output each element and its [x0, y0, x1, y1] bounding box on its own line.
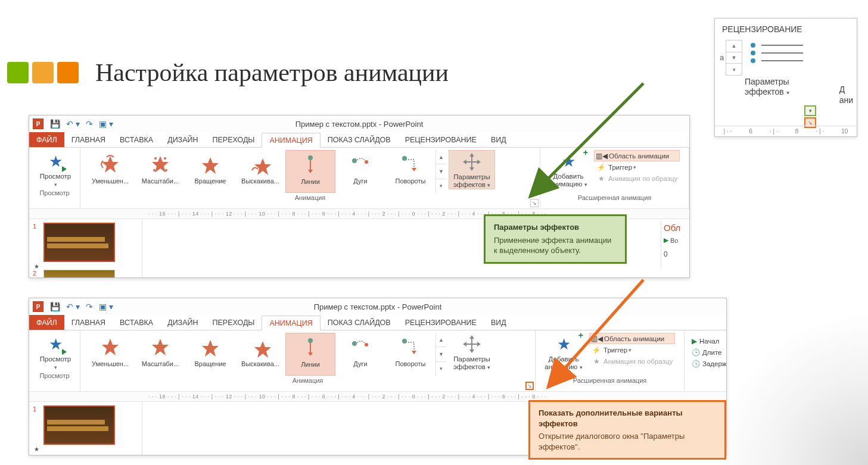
tab-file[interactable]: ФАЙЛ: [29, 132, 64, 147]
start-slideshow-icon[interactable]: ▣ ▾: [99, 119, 113, 129]
inset-spinner[interactable]: ▲ ▼ ▾: [726, 40, 742, 76]
anim-turns[interactable]: Повороты: [385, 150, 435, 193]
add-animation-button[interactable]: + ★ Добавить анимацию ▾: [540, 333, 587, 376]
inset-right-cut: Д ани: [839, 84, 853, 105]
anim-arcs[interactable]: Дуги: [335, 333, 385, 376]
save-icon[interactable]: 💾: [50, 302, 60, 311]
preview-button[interactable]: ★ Просмотр▾: [34, 333, 77, 371]
group-animation-label: Анимация: [85, 193, 535, 202]
plus-icon: +: [578, 330, 583, 340]
effect-options-icon: [462, 334, 482, 354]
effect-options-button[interactable]: Параметры эффектов ▾: [449, 150, 495, 189]
tab-slideshow[interactable]: ПОКАЗ СЛАЙДОВ: [321, 132, 398, 147]
trigger-icon: ⚡: [596, 163, 606, 171]
undo-icon[interactable]: ↶ ▾: [66, 302, 80, 311]
arcs-icon: [349, 335, 372, 359]
anim-bounce[interactable]: Выскакива...: [235, 333, 285, 376]
anim-spin[interactable]: Вращение: [185, 333, 235, 376]
scroll-down-icon[interactable]: ▼: [436, 164, 446, 179]
slide-thumb-1: [43, 223, 115, 262]
turns-icon: [399, 152, 422, 176]
tab-animations[interactable]: АНИМАЦИЯ: [262, 316, 320, 330]
undo-icon[interactable]: ↶ ▾: [66, 119, 80, 129]
svg-point-12: [308, 338, 313, 343]
expand-gallery-icon[interactable]: ▾: [436, 179, 446, 193]
thumbnail-pane[interactable]: 1 ★: [29, 402, 142, 455]
preview-button[interactable]: ★ Просмотр▾: [34, 150, 77, 188]
anim-shrink[interactable]: Уменьшен...: [85, 150, 135, 193]
tab-review[interactable]: РЕЦЕНЗИРОВАНИЕ: [398, 132, 484, 147]
tab-design[interactable]: ДИЗАЙН: [160, 315, 205, 330]
chevron-expand-icon[interactable]: ▾: [726, 64, 742, 75]
thumbnail-1[interactable]: 1: [33, 405, 138, 445]
animation-painter-button[interactable]: ★ Анимация по образцу: [589, 355, 675, 367]
slide-title: Настройка параметров анимации: [95, 58, 449, 87]
tab-home[interactable]: ГЛАВНАЯ: [64, 315, 113, 330]
effect-options-button[interactable]: Параметры эффектов ▾: [449, 333, 495, 371]
effect-options-dropdown-highlight[interactable]: ▾: [804, 105, 816, 116]
tab-view[interactable]: ВИД: [484, 315, 514, 330]
anim-bounce[interactable]: Выскакива...: [235, 150, 285, 193]
animation-pane-button[interactable]: ▥◀ Область анимации: [589, 333, 675, 344]
tab-insert[interactable]: ВСТАВКА: [113, 315, 160, 330]
svg-point-7: [365, 160, 368, 164]
tab-slideshow[interactable]: ПОКАЗ СЛАЙДОВ: [321, 315, 398, 330]
tooltip-body: Открытие диалогового окна "Параметры эфф…: [539, 431, 716, 452]
thumbnail-2[interactable]: 2: [33, 270, 138, 278]
scroll-up-icon[interactable]: ▲: [436, 150, 446, 164]
trigger-icon: ⚡: [592, 346, 601, 354]
anim-turns[interactable]: Повороты: [385, 333, 435, 376]
save-icon[interactable]: 💾: [50, 119, 60, 129]
anim-indicator-star: ★: [34, 263, 138, 270]
anim-shrink[interactable]: Уменьшен...: [85, 333, 135, 376]
chevron-up-icon[interactable]: ▲: [726, 40, 742, 52]
tab-transitions[interactable]: ПЕРЕХОДЫ: [206, 132, 262, 147]
tab-file[interactable]: ФАЙЛ: [29, 315, 64, 330]
inset-ruler: | · ·6· | ·8· | ·10: [715, 126, 857, 136]
gallery-scroller[interactable]: ▲ ▼ ▾: [435, 150, 446, 193]
tab-home[interactable]: ГЛАВНАЯ: [64, 132, 113, 147]
add-animation-button[interactable]: + ★ Добавить анимацию ▾: [545, 150, 592, 193]
gallery-scroller[interactable]: ▲ ▼ ▾: [435, 333, 446, 376]
anim-indicator-star: ★: [34, 446, 138, 452]
quick-access-toolbar: P 💾 ↶ ▾ ↷ ▣ ▾ Пример с текстом.pptx - Po…: [29, 116, 689, 132]
anim-spin[interactable]: Вращение: [185, 150, 235, 193]
svg-point-3: [165, 169, 167, 171]
tab-transitions[interactable]: ПЕРЕХОДЫ: [206, 315, 262, 330]
inset-bullet-list: [751, 40, 803, 66]
animation-gallery[interactable]: Уменьшен... Масштаби... Вращение Выскаки…: [85, 150, 535, 193]
animation-gallery[interactable]: Уменьшен... Масштаби... Вращение Выскаки…: [85, 333, 530, 376]
chevron-down-icon[interactable]: ▼: [726, 52, 742, 64]
animation-pane-button[interactable]: ▥◀ Область анимации: [594, 150, 680, 161]
tab-review[interactable]: РЕЦЕНЗИРОВАНИЕ: [398, 315, 484, 330]
animation-dialog-launcher[interactable]: ↘: [525, 382, 534, 390]
anim-scale[interactable]: Масштаби...: [135, 150, 185, 193]
tooltip-effect-options: Параметры эффектов Применение эффекта ан…: [484, 214, 627, 264]
scroll-up-icon[interactable]: ▲: [436, 333, 446, 347]
anim-lines[interactable]: Линии: [285, 150, 335, 193]
trigger-button[interactable]: ⚡ Триггер ▾: [589, 344, 675, 355]
anim-scale[interactable]: Масштаби...: [135, 333, 185, 376]
redo-icon[interactable]: ↷: [86, 302, 93, 311]
tab-design[interactable]: ДИЗАЙН: [160, 132, 205, 147]
animation-painter-button[interactable]: ★ Анимация по образцу: [594, 173, 680, 184]
redo-icon[interactable]: ↷: [86, 119, 93, 129]
anim-arcs[interactable]: Дуги: [335, 150, 385, 193]
accent-block-yellow: [32, 62, 54, 83]
thumbnail-pane[interactable]: 1 ★ 2: [29, 219, 142, 277]
window-title: Пример с текстом.pptx - PowerPoint: [29, 302, 726, 311]
anim-lines[interactable]: Линии: [285, 333, 335, 376]
scroll-down-icon[interactable]: ▼: [436, 347, 446, 361]
expand-gallery-icon[interactable]: ▾: [436, 362, 446, 376]
thumbnail-1[interactable]: 1: [33, 223, 138, 262]
tab-view[interactable]: ВИД: [484, 132, 514, 147]
timing-start[interactable]: ▶Начал: [689, 335, 721, 347]
animation-dialog-launcher[interactable]: ↘: [530, 199, 539, 207]
group-advanced-label: Расширенная анимация: [540, 376, 679, 385]
timing-delay[interactable]: 🕓Задерж: [689, 358, 721, 369]
timing-duration[interactable]: 🕒Длите: [689, 347, 721, 358]
tab-insert[interactable]: ВСТАВКА: [113, 132, 160, 147]
start-slideshow-icon[interactable]: ▣ ▾: [99, 302, 113, 311]
trigger-button[interactable]: ⚡ Триггер ▾: [594, 161, 680, 173]
tab-animations[interactable]: АНИМАЦИЯ: [262, 133, 320, 148]
